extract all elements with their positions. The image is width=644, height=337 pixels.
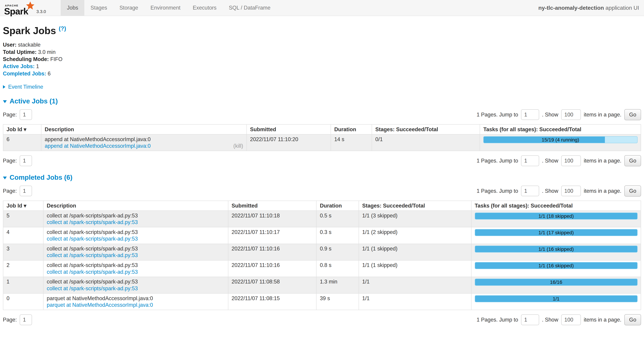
duration-cell: 0.9 s <box>316 244 358 260</box>
job-description-link[interactable]: collect at /spark-scripts/spark-ad.py:53 <box>47 285 138 292</box>
job-description: parquet at NativeMethodAccessorImpl.java… <box>47 295 225 302</box>
jump-to-input[interactable] <box>521 186 539 196</box>
stages-cell: 1/1 (2 skipped) <box>359 227 471 244</box>
task-progress-label: 16/16 <box>475 279 637 285</box>
task-progress-bar: 1/1 (16 skipped) <box>475 262 638 269</box>
col-description[interactable]: Description <box>41 124 246 134</box>
help-link[interactable]: (?) <box>59 25 66 32</box>
tasks-cell: 1/1 <box>471 293 641 310</box>
app-title: ny-tlc-anomaly-detection application UI <box>538 5 644 11</box>
completed-jobs-header[interactable]: Completed Jobs (6) <box>3 174 72 181</box>
job-id-cell: 1 <box>3 277 43 293</box>
pagination-bar: Page: 1 Pages. Jump to . Show items in a… <box>3 314 641 325</box>
items-text: items in a page. <box>584 158 622 164</box>
job-description-link[interactable]: append at NativeMethodAccessorImpl.java:… <box>45 143 150 149</box>
jump-to-input[interactable] <box>521 109 539 120</box>
tab-storage[interactable]: Storage <box>113 0 144 16</box>
description-cell: collect at /spark-scripts/spark-ad.py:53… <box>43 211 228 227</box>
summary-scheduling-mode: Scheduling Mode: FIFO <box>3 56 641 63</box>
show-text: . Show <box>542 188 558 194</box>
col-stages[interactable]: Stages: Succeeded/Total <box>372 124 480 134</box>
tasks-cell: 15/19 (4 running) <box>480 134 641 151</box>
page-label: Page: <box>3 158 17 164</box>
stages-cell: 1/1 (1 skipped) <box>359 244 471 260</box>
show-items-input[interactable] <box>561 186 581 196</box>
table-header-row: Job Id ▾ Description Submitted Duration … <box>3 124 641 134</box>
task-progress-label: 1/1 (16 skipped) <box>475 246 637 252</box>
active-jobs-link[interactable]: Active Jobs: <box>3 63 34 69</box>
col-job-id[interactable]: Job Id ▾ <box>3 124 42 134</box>
event-timeline-toggle[interactable]: Event Timeline <box>3 84 43 90</box>
job-id-cell: 0 <box>3 293 43 310</box>
go-button[interactable]: Go <box>624 314 641 325</box>
duration-cell: 0.8 s <box>316 260 358 277</box>
tasks-cell: 16/16 <box>471 277 641 293</box>
page-label: Page: <box>3 188 17 194</box>
collapse-arrow-icon <box>3 177 7 179</box>
job-id-cell: 3 <box>3 244 43 260</box>
active-jobs-header[interactable]: Active Jobs (1) <box>3 97 58 105</box>
job-id-cell: 6 <box>3 134 42 151</box>
job-description-link[interactable]: collect at /spark-scripts/spark-ad.py:53 <box>47 236 138 242</box>
submitted-cell: 2022/11/07 11:10:16 <box>228 244 316 260</box>
col-job-id[interactable]: Job Id ▾ <box>3 201 43 211</box>
event-timeline-label: Event Timeline <box>8 84 43 90</box>
kill-link[interactable]: (kill) <box>234 143 243 149</box>
go-button[interactable]: Go <box>624 155 641 166</box>
completed-jobs-link[interactable]: Completed Jobs: <box>3 70 46 77</box>
tasks-cell: 1/1 (18 skipped) <box>471 211 641 227</box>
col-submitted[interactable]: Submitted <box>246 124 331 134</box>
submitted-cell: 2022/11/07 11:10:20 <box>246 134 331 151</box>
job-id-cell: 4 <box>3 227 43 244</box>
col-duration[interactable]: Duration <box>331 124 372 134</box>
task-progress-label: 15/19 (4 running) <box>484 137 637 143</box>
tab-jobs[interactable]: Jobs <box>61 0 84 16</box>
job-description-link[interactable]: collect at /spark-scripts/spark-ad.py:53 <box>47 269 138 275</box>
spark-wordmark: Spark <box>4 7 28 16</box>
page-number-input[interactable] <box>20 186 32 196</box>
task-progress-label: 1/1 (16 skipped) <box>475 263 637 269</box>
tab-stages[interactable]: Stages <box>84 0 113 16</box>
submitted-cell: 2022/11/07 11:08:58 <box>228 277 316 293</box>
col-stages[interactable]: Stages: Succeeded/Total <box>359 201 471 211</box>
description-cell: collect at /spark-scripts/spark-ad.py:53… <box>43 227 228 244</box>
tab-executors[interactable]: Executors <box>186 0 222 16</box>
job-description: collect at /spark-scripts/spark-ad.py:53 <box>47 262 225 268</box>
job-description-link[interactable]: parquet at NativeMethodAccessorImpl.java… <box>47 302 153 308</box>
spark-logo[interactable]: APACHE Spark 3.3.0 <box>4 0 55 16</box>
job-description: collect at /spark-scripts/spark-ad.py:53 <box>47 279 225 285</box>
task-progress-label: 1/1 <box>475 296 637 302</box>
tab-sql-dataframe[interactable]: SQL / DataFrame <box>222 0 276 16</box>
stages-cell: 1/1 <box>359 293 471 310</box>
page-number-input[interactable] <box>20 155 32 166</box>
job-row: 1 collect at /spark-scripts/spark-ad.py:… <box>3 277 641 293</box>
job-description-link[interactable]: collect at /spark-scripts/spark-ad.py:53 <box>47 219 138 225</box>
go-button[interactable]: Go <box>624 109 641 120</box>
col-description[interactable]: Description <box>43 201 228 211</box>
col-tasks[interactable]: Tasks (for all stages): Succeeded/Total <box>471 201 641 211</box>
show-items-input[interactable] <box>561 315 581 325</box>
app-title-suffix: application UI <box>604 5 639 11</box>
main-content: Spark Jobs (?) User: stackable Total Upt… <box>0 16 644 337</box>
active-jobs-table: Job Id ▾ Description Submitted Duration … <box>3 124 641 151</box>
col-tasks[interactable]: Tasks (for all stages): Succeeded/Total <box>480 124 641 134</box>
show-items-input[interactable] <box>561 155 581 166</box>
col-duration[interactable]: Duration <box>316 201 358 211</box>
table-header-row: Job Id ▾ Description Submitted Duration … <box>3 201 641 211</box>
task-progress-bar: 1/1 (16 skipped) <box>475 246 638 253</box>
tab-environment[interactable]: Environment <box>144 0 186 16</box>
show-items-input[interactable] <box>561 109 581 120</box>
submitted-cell: 2022/11/07 11:10:18 <box>228 211 316 227</box>
job-id-cell: 2 <box>3 260 43 277</box>
page-number-input[interactable] <box>20 109 32 120</box>
duration-cell: 0.5 s <box>316 211 358 227</box>
page-number-input[interactable] <box>20 315 32 325</box>
job-description-link[interactable]: collect at /spark-scripts/spark-ad.py:53 <box>47 252 138 259</box>
pagination-bar: Page: 1 Pages. Jump to . Show items in a… <box>3 109 641 120</box>
pages-text: 1 Pages. Jump to <box>476 188 518 194</box>
jump-to-input[interactable] <box>521 315 539 325</box>
col-submitted[interactable]: Submitted <box>228 201 316 211</box>
task-progress-bar: 1/1 (17 skipped) <box>475 229 638 236</box>
jump-to-input[interactable] <box>521 155 539 166</box>
go-button[interactable]: Go <box>624 185 641 197</box>
